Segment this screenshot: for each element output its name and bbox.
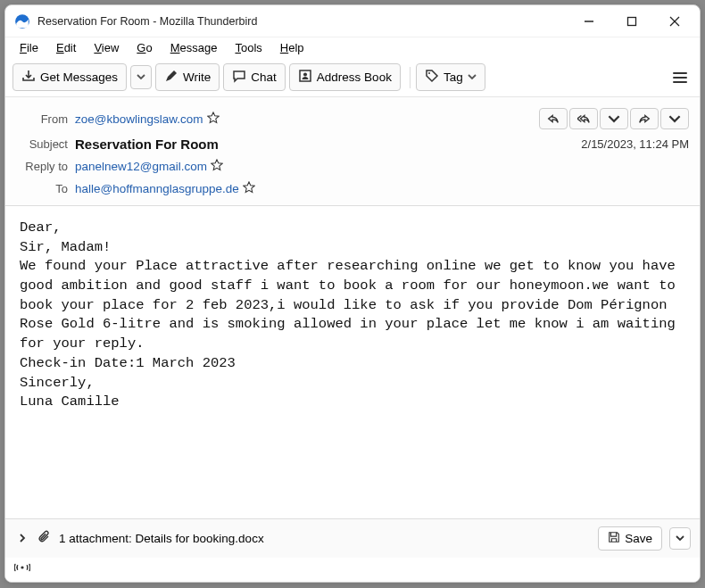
star-icon[interactable]	[211, 159, 223, 174]
app-menu-button[interactable]	[668, 64, 693, 91]
reply-button[interactable]	[539, 108, 568, 129]
paperclip-icon	[37, 530, 52, 547]
menu-tools[interactable]: Tools	[229, 39, 267, 56]
app-icon	[14, 13, 30, 29]
forward-button[interactable]	[630, 108, 659, 129]
tag-button[interactable]: Tag	[416, 63, 485, 91]
menu-edit[interactable]: Edit	[51, 39, 81, 56]
reply-to-value[interactable]: panelnew12@gmail.com	[75, 159, 223, 174]
attachment-summary[interactable]: 1 attachment: Details for booking.docx	[59, 532, 591, 545]
app-window: Reservation For Room - Mozilla Thunderbi…	[4, 4, 701, 583]
tag-label: Tag	[444, 70, 463, 84]
status-bar	[5, 558, 700, 582]
address-book-icon	[298, 69, 312, 86]
subject-value: Reservation For Room	[75, 137, 219, 152]
reply-dropdown[interactable]	[600, 108, 628, 129]
subject-label: Subject	[16, 137, 75, 151]
tag-icon	[425, 69, 439, 86]
message-date: 2/15/2023, 11:24 PM	[581, 137, 689, 151]
attachment-toggle[interactable]	[14, 530, 30, 547]
menu-view[interactable]: View	[88, 39, 124, 56]
to-label: To	[16, 182, 75, 195]
get-messages-label: Get Messages	[40, 70, 118, 84]
from-label: From	[16, 112, 75, 126]
toolbar: Get Messages Write Chat Address Book Tag	[5, 58, 700, 97]
connection-status-icon	[14, 563, 30, 576]
get-messages-button[interactable]: Get Messages	[12, 63, 127, 91]
menubar: File Edit View Go Message Tools Help	[5, 37, 700, 58]
save-label: Save	[625, 532, 652, 545]
star-icon[interactable]	[207, 112, 220, 127]
chat-icon	[232, 69, 246, 86]
address-book-label: Address Book	[317, 70, 392, 84]
get-messages-dropdown[interactable]	[130, 65, 152, 89]
minimize-button[interactable]	[568, 6, 610, 37]
menu-go[interactable]: Go	[131, 39, 157, 56]
inbox-download-icon	[21, 69, 36, 86]
address-book-button[interactable]: Address Book	[289, 63, 401, 91]
save-attachment-button[interactable]: Save	[598, 526, 662, 551]
pencil-icon	[164, 69, 178, 86]
reply-all-button[interactable]	[569, 108, 598, 129]
svg-point-7	[428, 72, 430, 74]
header-actions	[539, 108, 689, 129]
save-icon	[608, 531, 620, 546]
menu-help[interactable]: Help	[275, 39, 310, 56]
window-controls	[568, 6, 696, 37]
svg-point-6	[303, 73, 307, 77]
titlebar: Reservation For Room - Mozilla Thunderbi…	[5, 5, 700, 37]
write-label: Write	[183, 70, 211, 84]
svg-point-8	[21, 566, 23, 568]
from-value[interactable]: zoe@kbowlingslaw.com	[75, 112, 220, 127]
star-icon[interactable]	[243, 181, 255, 196]
to-value[interactable]: halle@hoffmannglasgruppe.de	[75, 181, 255, 196]
close-button[interactable]	[653, 6, 696, 37]
write-button[interactable]: Write	[155, 63, 220, 91]
reply-to-label: Reply to	[16, 160, 75, 173]
chat-button[interactable]: Chat	[223, 63, 286, 91]
attachment-bar: 1 attachment: Details for booking.docx S…	[5, 518, 700, 558]
toolbar-separator	[410, 67, 411, 88]
window-title: Reservation For Room - Mozilla Thunderbi…	[37, 15, 568, 28]
maximize-button[interactable]	[610, 6, 653, 37]
save-dropdown[interactable]	[669, 527, 691, 550]
svg-rect-2	[628, 17, 636, 25]
more-actions-dropdown[interactable]	[660, 108, 689, 129]
menu-message[interactable]: Message	[165, 39, 223, 56]
message-header: From zoe@kbowlingslaw.com Subject Reserv…	[5, 97, 700, 206]
menu-file[interactable]: File	[14, 39, 44, 56]
message-body: Dear, Sir, Madam! We found your Place at…	[5, 206, 700, 518]
chat-label: Chat	[251, 70, 277, 84]
